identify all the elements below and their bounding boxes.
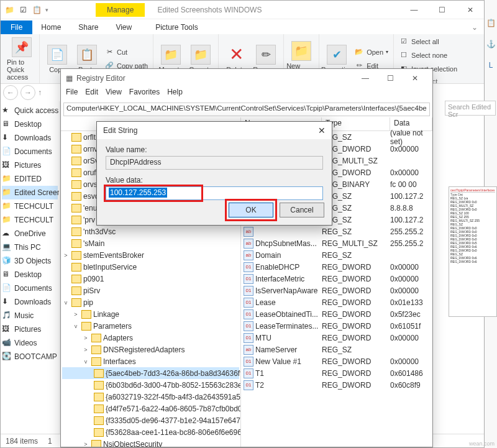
- tree-node[interactable]: piSrv: [62, 285, 239, 296]
- value-row[interactable]: abNameServerREG_SZ: [241, 344, 432, 355]
- dialog-close-button[interactable]: ✕: [318, 126, 326, 135]
- value-row[interactable]: 01LeaseREG_DWORD0x01e133: [241, 296, 432, 308]
- nav-downloads2[interactable]: ⬇Downloads: [2, 295, 58, 309]
- cut-button[interactable]: ✂Cut: [104, 46, 148, 58]
- nav-thispc[interactable]: 💻This PC: [2, 240, 58, 254]
- nav-pictures[interactable]: 🖼Pictures: [2, 158, 58, 172]
- menu-help[interactable]: Help: [167, 88, 183, 101]
- value-row[interactable]: 01InterfaceMetricREG_DWORD0x00000: [241, 273, 432, 285]
- tree-node[interactable]: {a6032719-322f-45fb-a4f3-da2643591a5d}: [62, 391, 239, 403]
- nav-documents[interactable]: 📄Documents: [2, 145, 58, 158]
- folder-icon: 🖥: [2, 270, 12, 280]
- close-button[interactable]: ✕: [403, 70, 427, 87]
- maximize-button[interactable]: ☐: [428, 1, 456, 19]
- tree-node[interactable]: p0901: [62, 273, 239, 285]
- ribbon-collapse-icon[interactable]: ⌄: [465, 21, 484, 34]
- tree-node[interactable]: >DNSRegisteredAdapters: [62, 344, 239, 355]
- value-row[interactable]: abDomainREG_SZ: [241, 249, 432, 261]
- tree-node[interactable]: {6b03bd6d-3d00-47bb-8052-15563c283ebe}: [62, 379, 239, 391]
- select-none-button[interactable]: ☐Select none: [399, 49, 457, 62]
- tree-node[interactable]: >NsiObjectSecurity: [62, 438, 239, 447]
- nav-desktop2[interactable]: 🖥Desktop: [2, 268, 58, 281]
- value-row[interactable]: 01IsServerNapAwareREG_DWORD0x00000: [241, 285, 432, 296]
- maximize-button[interactable]: ☐: [378, 70, 403, 87]
- menu-file[interactable]: File: [66, 88, 78, 101]
- expand-icon[interactable]: v: [72, 323, 80, 329]
- tree-node[interactable]: vpip: [62, 296, 239, 308]
- close-button[interactable]: ✕: [456, 1, 484, 19]
- open-button[interactable]: 📂Open▾: [354, 46, 388, 58]
- menu-favorites[interactable]: Favorites: [129, 88, 160, 101]
- home-tab[interactable]: Home: [32, 21, 70, 34]
- qat-icon[interactable]: 📋: [32, 5, 42, 15]
- expand-icon[interactable]: v: [82, 359, 89, 365]
- tree-node[interactable]: {5aec4beb-7dd3-426a-86bd-ba8d34636ffe}: [62, 367, 239, 379]
- qat-dropdown-icon[interactable]: ▾: [45, 7, 48, 13]
- forward-button[interactable]: →: [21, 85, 35, 100]
- tree-node[interactable]: bletInputService: [62, 261, 239, 273]
- value-data-input[interactable]: 100.127.255.253: [106, 186, 323, 200]
- nav-techcult2[interactable]: 📁TECHCULT: [2, 213, 58, 227]
- tree-node[interactable]: vParameters: [62, 320, 239, 332]
- value-row[interactable]: 01LeaseObtainedTi...REG_DWORD0x5f23ec: [241, 308, 432, 320]
- nav-label: This PC: [14, 243, 41, 252]
- nav-onedrive[interactable]: ☁OneDrive: [2, 227, 58, 240]
- tree-node[interactable]: 'sMain: [62, 237, 239, 249]
- nav-quick-access[interactable]: ★Quick access: [2, 104, 58, 117]
- nav-pictures2[interactable]: 🖼Pictures: [2, 322, 58, 336]
- tree-node[interactable]: {f3335d05-de96-4377-b1e2-94a157e647b0}: [62, 414, 239, 426]
- tree-node[interactable]: 'nth3dVsc: [62, 226, 239, 237]
- share-tab[interactable]: Share: [70, 21, 107, 34]
- view-tab[interactable]: View: [107, 21, 140, 34]
- tree-node[interactable]: >Adapters: [62, 332, 239, 344]
- back-button[interactable]: ←: [3, 85, 18, 100]
- tree-node[interactable]: vInterfaces: [62, 355, 239, 367]
- search-box[interactable]: Search Edited Scr: [445, 101, 496, 116]
- minimize-button[interactable]: —: [353, 70, 378, 87]
- value-row[interactable]: abREG_SZ255.255.2: [241, 226, 432, 237]
- expand-icon[interactable]: v: [62, 299, 70, 306]
- up-button[interactable]: ↑: [38, 88, 42, 97]
- cancel-button[interactable]: Cancel: [280, 203, 324, 217]
- minimize-button[interactable]: —: [400, 1, 428, 19]
- nav-desktop[interactable]: 🖥Desktop: [2, 117, 58, 131]
- nav-music[interactable]: 🎵Music: [2, 309, 58, 322]
- expand-icon[interactable]: >: [82, 347, 89, 353]
- check-icon[interactable]: ☑: [18, 5, 28, 15]
- nav-downloads[interactable]: ⬇Downloads: [2, 131, 58, 145]
- regedit-address-bar[interactable]: Computer\HKEY_LOCAL_MACHINE\SYSTEM\Curre…: [63, 103, 430, 116]
- nav-videos[interactable]: 📹Videos: [2, 336, 58, 350]
- value-row[interactable]: 01MTUREG_DWORD0x00000: [241, 332, 432, 344]
- anchor-icon[interactable]: ⚓: [486, 40, 496, 48]
- manage-tab[interactable]: Manage: [96, 3, 145, 17]
- menu-edit[interactable]: Edit: [85, 88, 98, 101]
- nav-3dobj[interactable]: 🧊3D Objects: [2, 254, 58, 268]
- nav-techcult1[interactable]: 📁TECHCULT: [2, 199, 58, 213]
- value-row[interactable]: abDhcpSubnetMas...REG_MULTI_SZ255.255.2: [241, 237, 432, 249]
- value-row[interactable]: 01T1REG_DWORD0x601486: [241, 367, 432, 379]
- picture-tools-tab[interactable]: Picture Tools: [147, 21, 206, 34]
- tree-node[interactable]: >stemEventsBroker: [62, 249, 239, 261]
- menu-view[interactable]: View: [106, 88, 122, 101]
- ok-button[interactable]: OK: [229, 203, 273, 217]
- tree-node[interactable]: {f53628aa-cee1-11ea-bc86-806e6f6e6963}: [62, 426, 239, 438]
- nav-edited-s[interactable]: 📁Edited Screenshots: [2, 186, 58, 199]
- nav-bootcamp[interactable]: 💽BOOTCAMP: [2, 350, 58, 363]
- value-row[interactable]: 01LeaseTerminates...REG_DWORD0x61051f: [241, 320, 432, 332]
- value-row[interactable]: 01New Value #1REG_DWORD0x00000: [241, 355, 432, 367]
- panel-icon[interactable]: 📋: [486, 19, 496, 27]
- expand-icon[interactable]: >: [82, 335, 89, 341]
- expand-icon[interactable]: >: [62, 252, 70, 258]
- nav-documents2[interactable]: 📄Documents: [2, 281, 58, 295]
- nav-edited[interactable]: 📁EDITED: [2, 172, 58, 186]
- tree-node[interactable]: {d4f7e571-6a22-4a06-8605-7b87cfb0bd06}: [62, 403, 239, 414]
- value-row[interactable]: 01EnableDHCPREG_DWORD0x00000: [241, 261, 432, 273]
- panel-icon-l[interactable]: L: [489, 61, 493, 70]
- expand-icon[interactable]: >: [72, 311, 80, 318]
- pin-quick-access-button[interactable]: 📌Pin to Quick access: [7, 37, 37, 81]
- select-all-button[interactable]: ☑Select all: [399, 35, 457, 48]
- value-row[interactable]: 01T2REG_DWORD0x60c8f9: [241, 379, 432, 391]
- expand-icon[interactable]: >: [82, 441, 89, 447]
- tree-node[interactable]: >Linkage: [62, 308, 239, 320]
- file-tab[interactable]: File: [1, 21, 32, 34]
